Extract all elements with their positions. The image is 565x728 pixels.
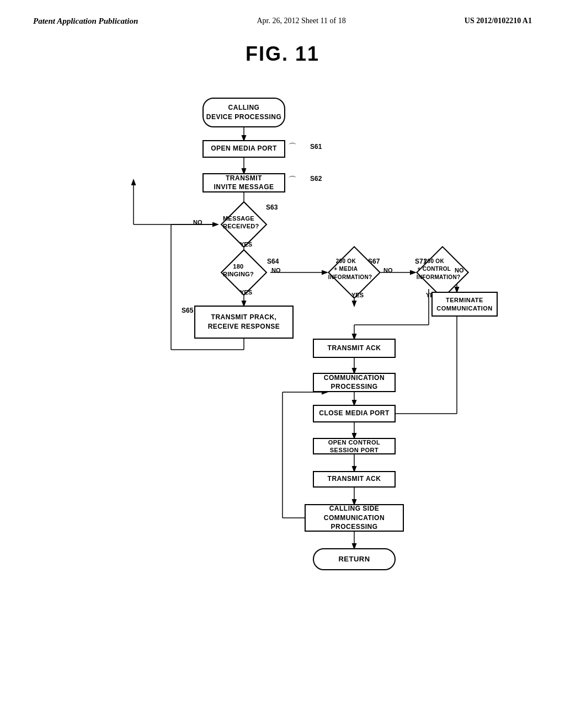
- s62-tick: ⌒: [288, 175, 297, 186]
- page-header: Patent Application Publication Apr. 26, …: [33, 17, 532, 26]
- s73-node: CLOSE MEDIA PORT: [313, 405, 396, 422]
- s74-node: OPEN CONTROL SESSION PORT: [313, 438, 396, 454]
- s63-diamond: MESSAGE RECEIVED?: [217, 208, 270, 241]
- s71-no: NO: [455, 267, 464, 274]
- s64-yes: YES: [240, 289, 252, 296]
- s67-diamond: 200 OK + MEDIA INFORMATION?: [327, 253, 382, 292]
- s61-label: S61: [310, 143, 322, 151]
- s76-node: CALLING SIDE COMMUNICATION PROCESSING: [305, 504, 404, 532]
- s61-tick: ⌒: [288, 142, 297, 153]
- header-right: US 2012/0102210 A1: [465, 17, 532, 25]
- return-node: RETURN: [313, 548, 396, 570]
- s63-no: NO: [193, 219, 202, 226]
- s75-node: TRANSMIT ACK: [313, 471, 396, 488]
- s68-node: TRANSMIT ACK: [313, 339, 396, 358]
- s65-label: S65: [182, 307, 193, 314]
- page: Patent Application Publication Apr. 26, …: [0, 0, 565, 728]
- fig-title: FIG. 11: [33, 42, 532, 66]
- start-node: CALLING DEVICE PROCESSING: [202, 98, 285, 127]
- s62-node: TRANSMIT INVITE MESSAGE: [202, 173, 285, 192]
- s61-node: OPEN MEDIA PORT: [202, 140, 285, 158]
- s72-node: TERMINATE COMMUNICATION: [431, 292, 498, 317]
- s64-diamond: 180 RINGING?: [217, 256, 270, 289]
- s64-no: NO: [271, 267, 281, 274]
- header-center: Apr. 26, 2012 Sheet 11 of 18: [257, 17, 345, 25]
- s63-yes: YES: [240, 241, 252, 248]
- s65-node: TRANSMIT PRACK, RECEIVE RESPONSE: [194, 306, 294, 339]
- flowchart: CALLING DEVICE PROCESSING S61 OPEN MEDIA…: [73, 88, 492, 667]
- header-left: Patent Application Publication: [33, 17, 138, 26]
- s62-label: S62: [310, 175, 322, 183]
- s67-no: NO: [383, 267, 393, 274]
- s67-yes: YES: [351, 292, 364, 298]
- s69-node: COMMUNICATION PROCESSING: [313, 373, 396, 392]
